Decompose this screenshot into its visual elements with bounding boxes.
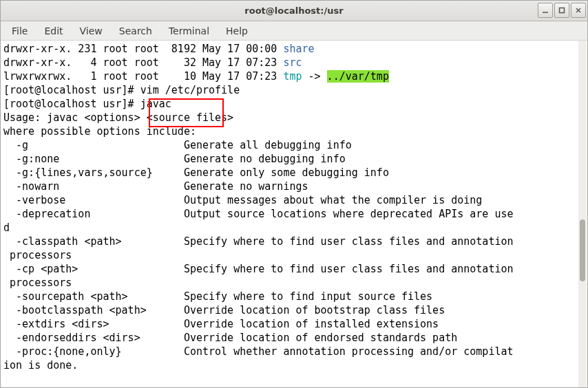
menu-item-file[interactable]: File bbox=[3, 23, 36, 39]
terminal-area[interactable]: drwxr-xr-x. 231 root root 8192 May 17 00… bbox=[1, 41, 587, 387]
terminal-window: root@localhost:/usr FileEditViewSearchTe… bbox=[0, 0, 588, 388]
minimize-button[interactable] bbox=[538, 3, 553, 18]
menu-item-help[interactable]: Help bbox=[218, 23, 256, 39]
menubar: FileEditViewSearchTerminalHelp bbox=[1, 21, 587, 41]
svg-rect-1 bbox=[560, 8, 565, 13]
menu-item-search[interactable]: Search bbox=[111, 23, 160, 39]
menu-item-edit[interactable]: Edit bbox=[36, 23, 71, 39]
window-controls bbox=[538, 3, 586, 18]
scrollbar[interactable] bbox=[578, 41, 587, 387]
menu-item-terminal[interactable]: Terminal bbox=[160, 23, 218, 39]
titlebar: root@localhost:/usr bbox=[1, 1, 587, 21]
menu-item-view[interactable]: View bbox=[72, 23, 111, 39]
maximize-button[interactable] bbox=[554, 3, 569, 18]
scrollbar-thumb[interactable] bbox=[580, 219, 585, 281]
close-button[interactable] bbox=[571, 3, 586, 18]
window-title: root@localhost:/usr bbox=[1, 6, 587, 16]
terminal-content[interactable]: drwxr-xr-x. 231 root root 8192 May 17 00… bbox=[1, 41, 587, 374]
